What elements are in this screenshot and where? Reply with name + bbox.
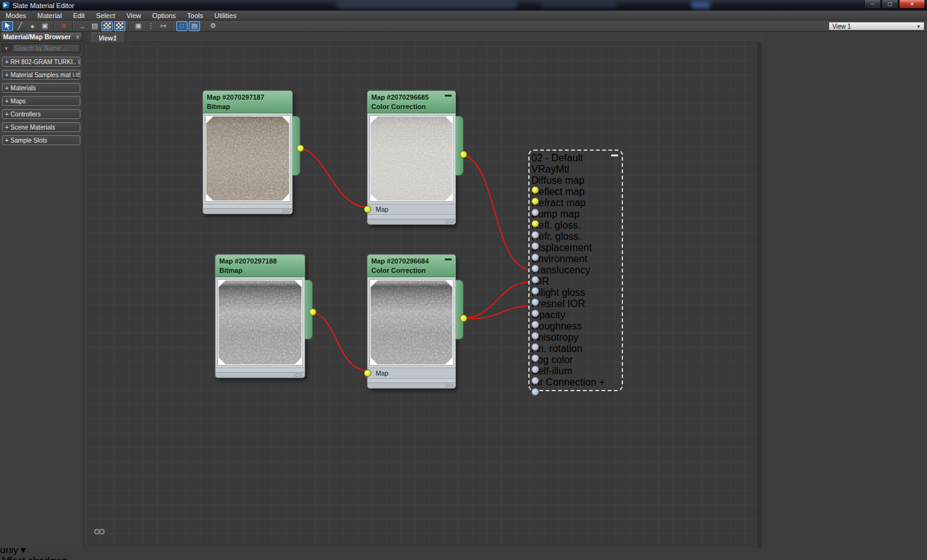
delete-icon[interactable]: ✕ bbox=[58, 21, 69, 31]
slot-bar[interactable]: Refr. gloss. bbox=[531, 231, 620, 242]
slot-bar[interactable]: Refl. gloss. bbox=[531, 220, 620, 231]
node-view-canvas[interactable]: View1 Map #2070297187 Bitmap Map #207029… bbox=[85, 32, 761, 548]
browser-item-sample-slots[interactable]: +Sample Slots bbox=[2, 135, 80, 145]
node-colorcorrection-2070296685[interactable]: Map #2070296685 Color Correction Map bbox=[367, 90, 456, 225]
browser-item-controllers[interactable]: +Controllers bbox=[2, 109, 80, 119]
slot-self-illum[interactable]: Self-illum bbox=[531, 366, 620, 377]
expand-icon[interactable]: + bbox=[5, 124, 9, 131]
slot-displacement[interactable]: Displacement bbox=[531, 242, 620, 254]
node-bitmap-2070297188[interactable]: Map #2070297188 Bitmap bbox=[215, 254, 305, 378]
close-icon[interactable]: x bbox=[77, 34, 80, 40]
input-socket[interactable] bbox=[531, 366, 539, 373]
input-socket[interactable] bbox=[531, 354, 539, 362]
slot-bar[interactable]: Bump map bbox=[531, 209, 620, 220]
node-thumbnail[interactable] bbox=[205, 115, 290, 202]
assign-material-icon[interactable]: ● bbox=[27, 21, 38, 31]
input-socket[interactable] bbox=[531, 310, 539, 317]
input-socket[interactable] bbox=[364, 369, 371, 377]
menu-options[interactable]: Options bbox=[146, 11, 181, 20]
menu-modes[interactable]: Modes bbox=[0, 11, 32, 20]
slot-refract-map[interactable]: Refract map bbox=[531, 197, 620, 209]
slot-fresnel-ior[interactable]: Fresnel IOR bbox=[531, 298, 620, 310]
input-slot-map[interactable]: Map bbox=[368, 204, 455, 214]
input-socket[interactable] bbox=[531, 209, 539, 216]
browser-item-scene-materials[interactable]: +Scene Materials bbox=[2, 122, 80, 132]
node-vraymtl-selected[interactable]: 02 - Default VRayMtl Diffuse mapReflect … bbox=[528, 149, 623, 391]
minimize-button[interactable]: ─ bbox=[864, 0, 881, 9]
slot-environment[interactable]: Environment bbox=[531, 254, 620, 265]
slot-ior[interactable]: IOR bbox=[531, 276, 620, 287]
slot-bar[interactable]: Displacement bbox=[531, 242, 620, 254]
slot-an-rotation[interactable]: An. rotation bbox=[531, 343, 620, 354]
expand-icon[interactable]: + bbox=[5, 98, 9, 105]
put-to-scene-icon[interactable]: ▣ bbox=[39, 21, 50, 31]
input-socket[interactable] bbox=[531, 231, 539, 239]
input-socket[interactable] bbox=[531, 377, 539, 384]
node-resize-grip[interactable] bbox=[216, 372, 305, 377]
node-resize-grip[interactable] bbox=[203, 208, 292, 214]
node-bitmap-2070297187[interactable]: Map #2070297187 Bitmap bbox=[202, 90, 293, 214]
layout-panel-icon[interactable]: ▤ bbox=[189, 21, 200, 31]
output-tab[interactable] bbox=[455, 280, 463, 339]
expand-icon[interactable]: + bbox=[599, 377, 605, 387]
slot-bar[interactable]: IOR bbox=[531, 276, 620, 287]
input-socket[interactable] bbox=[531, 220, 539, 227]
input-socket[interactable] bbox=[531, 276, 539, 283]
output-socket[interactable] bbox=[531, 388, 539, 396]
output-socket[interactable] bbox=[460, 151, 467, 158]
node-header[interactable]: 02 - Default VRayMtl bbox=[531, 153, 620, 175]
expand-icon[interactable]: + bbox=[5, 137, 9, 144]
slot-bar[interactable]: Reflect map bbox=[531, 186, 620, 197]
select-arrow-icon[interactable] bbox=[2, 21, 13, 31]
slot-opacity[interactable]: Opacity bbox=[531, 310, 620, 321]
options-dots-icon[interactable]: ⋮ bbox=[145, 21, 156, 31]
node-resize-grip[interactable] bbox=[368, 382, 455, 388]
slot-bar[interactable]: Opacity bbox=[531, 310, 620, 321]
canvas-vertical-scrollbar[interactable] bbox=[758, 42, 761, 548]
browser-item-materials[interactable]: +Materials bbox=[2, 83, 80, 93]
input-socket[interactable] bbox=[531, 254, 539, 261]
input-socket[interactable] bbox=[531, 242, 539, 250]
node-header[interactable]: Map #2070297188 Bitmap bbox=[216, 255, 305, 277]
menu-utilities[interactable]: Utilities bbox=[209, 11, 242, 20]
collapse-icon[interactable] bbox=[445, 259, 452, 260]
slot-bar[interactable]: Hilight gloss bbox=[531, 287, 620, 298]
output-socket[interactable] bbox=[460, 315, 467, 322]
menu-select[interactable]: Select bbox=[90, 11, 121, 20]
node-header[interactable]: Map #2070296684 Color Correction bbox=[368, 255, 455, 277]
mr-connection-rollup[interactable]: mr Connection + bbox=[531, 377, 620, 388]
collapse-icon[interactable] bbox=[611, 154, 618, 156]
collapse-icon[interactable] bbox=[445, 95, 452, 97]
slot-diffuse-map[interactable]: Diffuse map bbox=[531, 175, 620, 186]
menu-material[interactable]: Material bbox=[32, 11, 67, 20]
input-socket[interactable] bbox=[364, 206, 371, 213]
background-icon[interactable] bbox=[102, 21, 113, 31]
slot-roughness[interactable]: Roughness bbox=[531, 321, 620, 332]
propagate-icon[interactable]: ▨ bbox=[89, 21, 100, 31]
node-thumbnail[interactable] bbox=[369, 115, 454, 202]
input-slot-map[interactable]: Map bbox=[368, 368, 455, 378]
output-socket[interactable] bbox=[309, 308, 316, 316]
slot-translucency[interactable]: Translucency bbox=[531, 265, 620, 276]
expand-icon[interactable]: + bbox=[5, 85, 9, 92]
move-children-icon[interactable]: → bbox=[77, 21, 88, 31]
menu-tools[interactable]: Tools bbox=[181, 11, 209, 20]
slot-anisotropy[interactable]: Anisotropy bbox=[531, 332, 620, 343]
utilities-gear-icon[interactable]: ⚙ bbox=[207, 21, 219, 31]
input-socket[interactable] bbox=[531, 197, 539, 205]
input-socket[interactable] bbox=[531, 265, 539, 272]
output-socket[interactable] bbox=[297, 145, 304, 152]
slot-bar[interactable]: An. rotation bbox=[531, 343, 620, 354]
slot-bar[interactable]: Translucency bbox=[531, 265, 620, 276]
node-header[interactable]: Map #2070297187 Bitmap bbox=[203, 91, 292, 113]
input-socket[interactable] bbox=[531, 287, 539, 295]
input-socket[interactable] bbox=[531, 321, 539, 328]
slot-bar[interactable]: Anisotropy bbox=[531, 332, 620, 343]
slot-bar[interactable]: Environment bbox=[531, 254, 620, 265]
close-button[interactable]: ✕ bbox=[899, 0, 925, 9]
slot-bar[interactable]: Fresnel IOR bbox=[531, 298, 620, 310]
input-socket[interactable] bbox=[531, 186, 539, 194]
menu-view[interactable]: View bbox=[121, 11, 147, 20]
node-header[interactable]: Map #2070296685 Color Correction bbox=[368, 91, 455, 113]
node-thumbnail[interactable] bbox=[369, 279, 454, 366]
